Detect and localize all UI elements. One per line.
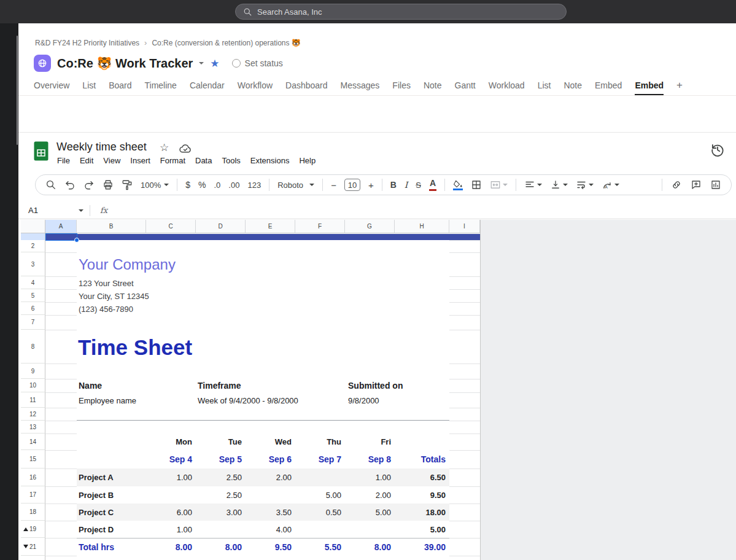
- cell-value[interactable]: 1.00: [141, 521, 192, 538]
- cell-value[interactable]: 5.00: [290, 486, 341, 504]
- decrease-font-size-button[interactable]: −: [331, 180, 336, 190]
- cell-value[interactable]: 2.00: [240, 469, 292, 486]
- column-header-C[interactable]: C: [146, 220, 196, 233]
- format-percent-button[interactable]: %: [198, 180, 206, 190]
- tab-board-2[interactable]: Board: [109, 77, 131, 95]
- project-total[interactable]: 9.50: [394, 486, 446, 504]
- tab-workload-11[interactable]: Workload: [489, 77, 525, 95]
- project-label[interactable]: Project A: [79, 469, 143, 486]
- tab-messages-7[interactable]: Messages: [341, 77, 380, 95]
- decrease-decimal-button[interactable]: .0: [214, 181, 221, 190]
- project-total[interactable]: 5.00: [394, 521, 446, 538]
- menu-data[interactable]: Data: [190, 154, 217, 167]
- row-header-2[interactable]: 2: [21, 240, 45, 252]
- insert-comment-icon[interactable]: [691, 179, 702, 190]
- total-value[interactable]: 8.00: [141, 538, 192, 556]
- company-address-line1[interactable]: 123 Your Street: [79, 279, 134, 288]
- row-header-7[interactable]: 7: [21, 315, 45, 330]
- italic-button[interactable]: I: [405, 180, 408, 190]
- row-header-21[interactable]: 21: [21, 538, 45, 556]
- day-date-5[interactable]: Sep 8: [339, 450, 391, 469]
- row-header-4[interactable]: 4: [21, 276, 45, 289]
- total-hrs-label[interactable]: Total hrs: [79, 538, 146, 556]
- row-header-12[interactable]: 12: [21, 408, 45, 421]
- row-header-15[interactable]: 15: [21, 450, 45, 469]
- row-header-partial[interactable]: [21, 556, 45, 560]
- row-header-5[interactable]: 5: [21, 289, 45, 302]
- cell-value[interactable]: 3.50: [240, 504, 292, 521]
- tab-embed-15[interactable]: Embed: [635, 77, 664, 95]
- cell-name-box[interactable]: A1: [18, 206, 83, 215]
- text-rotation-button[interactable]: A: [602, 179, 619, 190]
- format-currency-button[interactable]: $: [185, 180, 190, 190]
- menu-extensions[interactable]: Extensions: [246, 154, 295, 167]
- submitted-on-label[interactable]: Submitted on: [348, 381, 403, 391]
- horizontal-align-button[interactable]: [524, 179, 542, 190]
- column-header-I[interactable]: I: [449, 220, 480, 233]
- document-title[interactable]: Weekly time sheet: [56, 141, 147, 154]
- tab-list-1[interactable]: List: [82, 77, 96, 95]
- total-value[interactable]: 8.00: [339, 538, 391, 556]
- timesheet-title[interactable]: Time Sheet: [78, 335, 192, 360]
- timeframe-label[interactable]: Timeframe: [198, 381, 241, 391]
- cell-value[interactable]: 4.00: [240, 521, 292, 538]
- day-name-fri[interactable]: Fri: [339, 434, 391, 450]
- day-name-mon[interactable]: Mon: [141, 434, 192, 450]
- more-formats-button[interactable]: 123: [247, 181, 261, 190]
- grand-total[interactable]: 39.00: [394, 538, 446, 556]
- cell-value[interactable]: 3.00: [190, 504, 242, 521]
- project-globe-icon[interactable]: [34, 55, 51, 72]
- tab-note-13[interactable]: Note: [564, 77, 582, 95]
- group-collapse-icon[interactable]: [23, 527, 28, 531]
- cell-value[interactable]: 6.00: [141, 504, 192, 521]
- project-label[interactable]: Project D: [79, 521, 143, 538]
- left-sidebar-rail[interactable]: [0, 23, 18, 560]
- cell-value[interactable]: 2.50: [190, 469, 242, 486]
- total-value[interactable]: 8.00: [190, 538, 242, 556]
- menu-edit[interactable]: Edit: [75, 154, 98, 167]
- project-total[interactable]: 6.50: [394, 469, 446, 486]
- column-header-A[interactable]: A: [45, 220, 77, 233]
- sidebar-scrollbar[interactable]: [17, 36, 18, 145]
- paint-format-icon[interactable]: [122, 179, 133, 190]
- text-wrap-button[interactable]: [576, 179, 594, 190]
- breadcrumb-item-project[interactable]: Co:Re (conversion & retention) operation…: [152, 39, 300, 47]
- day-date-4[interactable]: Sep 7: [290, 450, 341, 469]
- favorite-star-icon[interactable]: ★: [210, 58, 219, 69]
- global-search-input[interactable]: Search Asana, Inc: [235, 4, 567, 20]
- day-name-thu[interactable]: Thu: [290, 434, 341, 450]
- totals-header[interactable]: Totals: [394, 450, 446, 469]
- select-all-corner[interactable]: [21, 220, 45, 233]
- row-header-10[interactable]: 10: [21, 379, 45, 392]
- insert-chart-icon[interactable]: [710, 179, 721, 190]
- cell-value[interactable]: 2.50: [190, 486, 242, 504]
- doc-star-icon[interactable]: ☆: [160, 141, 169, 154]
- timeframe-value[interactable]: Week of 9/4/2000 - 9/8/2000: [198, 396, 298, 405]
- tab-timeline-3[interactable]: Timeline: [145, 77, 177, 95]
- tab-calendar-4[interactable]: Calendar: [190, 77, 225, 95]
- version-history-icon[interactable]: [710, 142, 726, 158]
- column-header-B[interactable]: B: [77, 220, 146, 233]
- text-color-button[interactable]: A: [429, 179, 436, 190]
- menu-tools[interactable]: Tools: [217, 154, 245, 167]
- day-name-wed[interactable]: Wed: [240, 434, 292, 450]
- tab-files-8[interactable]: Files: [392, 77, 411, 95]
- increase-decimal-button[interactable]: .00: [228, 181, 239, 190]
- vertical-align-button[interactable]: [550, 179, 568, 190]
- cell-value[interactable]: 0.50: [290, 504, 341, 521]
- row-header-3[interactable]: 3: [21, 252, 45, 276]
- total-value[interactable]: 5.50: [290, 538, 341, 556]
- row-header-9[interactable]: 9: [21, 364, 45, 379]
- row-header-1[interactable]: [21, 233, 45, 240]
- project-total[interactable]: 18.00: [394, 504, 446, 521]
- cell-value[interactable]: 5.00: [339, 504, 391, 521]
- project-label[interactable]: Project B: [79, 486, 143, 504]
- row-header-14[interactable]: 14: [21, 434, 45, 450]
- column-header-F[interactable]: F: [295, 220, 345, 233]
- row-header-19[interactable]: 19: [21, 521, 45, 538]
- set-status-button[interactable]: Set status: [232, 58, 283, 68]
- menu-help[interactable]: Help: [294, 154, 320, 167]
- submitted-on-value[interactable]: 9/8/2000: [348, 396, 379, 405]
- add-tab-button[interactable]: +: [676, 77, 683, 95]
- font-selector[interactable]: Roboto: [277, 181, 314, 190]
